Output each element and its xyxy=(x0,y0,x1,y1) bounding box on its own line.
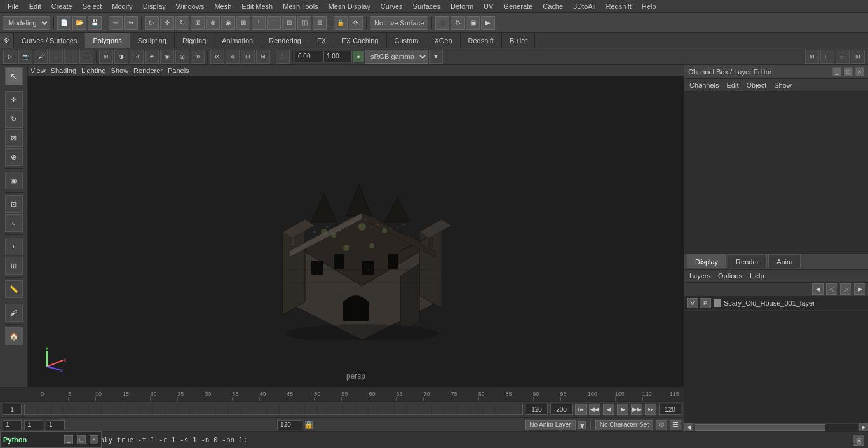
tab-redshift[interactable]: Redshift xyxy=(461,33,502,48)
undo-btn[interactable]: ↩ xyxy=(109,16,123,30)
snap-curve-btn[interactable]: ⌒ xyxy=(267,16,281,30)
tab-fx[interactable]: FX xyxy=(309,33,334,48)
anim-layer-menu[interactable]: ▼ xyxy=(578,421,586,429)
marquee-select[interactable]: ⊡ xyxy=(5,195,23,213)
universal-manip[interactable]: ⊕ xyxy=(5,148,23,166)
smooth-shade-btn[interactable]: ◉ xyxy=(160,50,174,64)
viewport-single-btn[interactable]: □ xyxy=(820,50,834,64)
menu-surfaces[interactable]: Surfaces xyxy=(408,0,445,13)
menu-mesh[interactable]: Mesh xyxy=(209,0,236,13)
component-display-btn[interactable]: ◈ xyxy=(226,50,240,64)
menu-deform[interactable]: Deform xyxy=(445,0,478,13)
tab-sculpting[interactable]: Sculpting xyxy=(130,33,175,48)
save-scene-btn[interactable]: 💾 xyxy=(88,16,102,30)
live-surface-btn[interactable]: No Live Surface xyxy=(370,16,428,30)
menu-cache[interactable]: Cache xyxy=(538,0,568,13)
universal-tool-btn[interactable]: ⊕ xyxy=(206,16,220,30)
tab-settings-btn[interactable]: ⚙ xyxy=(0,33,14,48)
multi-sample-btn[interactable]: ⊕ xyxy=(191,50,205,64)
paint-select-btn[interactable]: 🖌 xyxy=(34,50,48,64)
snap-points[interactable]: + xyxy=(5,238,23,255)
soft-mod-tool[interactable]: ◉ xyxy=(5,172,23,189)
tab-custom[interactable]: Custom xyxy=(387,33,427,48)
viewport-layout-btn[interactable]: ⊞ xyxy=(805,50,819,64)
tab-anim[interactable]: Anim xyxy=(768,254,801,268)
redo-btn[interactable]: ↪ xyxy=(124,16,138,30)
rotate-tool-btn[interactable]: ↻ xyxy=(175,16,189,30)
tab-polygons[interactable]: Polygons xyxy=(85,33,130,48)
menu-edit[interactable]: Edit xyxy=(24,0,46,13)
scale-tool-btn[interactable]: ⊠ xyxy=(191,16,205,30)
shading-btn[interactable]: ◑ xyxy=(114,50,128,64)
ch-minimize-btn[interactable]: _ xyxy=(832,67,841,76)
play-fwd-end-btn[interactable]: ⏭ xyxy=(645,404,656,415)
current-frame-field[interactable] xyxy=(3,404,22,415)
tab-curves-surfaces[interactable]: Curves / Surfaces xyxy=(14,33,85,48)
lock-btn[interactable]: 🔒 xyxy=(334,16,348,30)
rotate-tool[interactable]: ↻ xyxy=(5,110,23,128)
menu-windows[interactable]: Windows xyxy=(171,0,210,13)
layer-prev-btn[interactable]: ◀ xyxy=(812,283,824,295)
menu-generate[interactable]: Generate xyxy=(498,0,538,13)
ch-menu-edit[interactable]: Edit xyxy=(724,81,741,89)
playback-range-start[interactable] xyxy=(277,420,302,430)
workspace-selector[interactable]: Modeling xyxy=(3,16,50,30)
open-scene-btn[interactable]: 📂 xyxy=(72,16,86,30)
menu-display[interactable]: Display xyxy=(138,0,171,13)
edge-mode-btn[interactable]: — xyxy=(64,50,78,64)
playback-start-field[interactable] xyxy=(659,404,681,415)
layer-next-btn[interactable]: ▶ xyxy=(854,283,865,295)
frame-field-3[interactable] xyxy=(46,420,65,430)
grid-toggle-btn[interactable]: ⊟ xyxy=(241,50,255,64)
viewport-side-btn[interactable]: ⊟ xyxy=(836,50,850,64)
vp-menu-panels[interactable]: Panels xyxy=(168,67,189,74)
scroll-thumb[interactable] xyxy=(695,424,825,431)
viewport-four-btn[interactable]: ⊞ xyxy=(851,50,865,64)
select-tool[interactable]: ↖ xyxy=(5,67,23,85)
snap-grid[interactable]: ⊞ xyxy=(5,257,23,275)
paint-tool[interactable]: 🖌 xyxy=(5,304,23,322)
snap-surface-btn[interactable]: ◫ xyxy=(297,16,311,30)
vertex-mode-btn[interactable]: · xyxy=(49,50,63,64)
frame-field-1[interactable] xyxy=(3,420,22,430)
ch-menu-show[interactable]: Show xyxy=(771,81,794,89)
selection-mode-btn[interactable]: ▷ xyxy=(3,50,17,64)
tab-rigging[interactable]: Rigging xyxy=(175,33,214,48)
cam-value1[interactable] xyxy=(295,51,323,62)
menu-file[interactable]: File xyxy=(3,0,24,13)
layer-visibility-btn[interactable]: V xyxy=(687,298,698,308)
select-tool-btn[interactable]: ▷ xyxy=(145,16,159,30)
script-minimize-btn[interactable]: _ xyxy=(64,435,73,444)
measure-tool[interactable]: 📏 xyxy=(5,280,23,298)
render-btn[interactable]: ▶ xyxy=(481,16,495,30)
snap-point-btn[interactable]: ⊡ xyxy=(282,16,296,30)
cam-value2[interactable] xyxy=(323,51,352,62)
menu-3dtall[interactable]: 3DtoAll xyxy=(568,0,600,13)
new-scene-btn[interactable]: 📄 xyxy=(57,16,71,30)
history-btn[interactable]: ⟳ xyxy=(349,16,363,30)
layers-menu-help[interactable]: Help xyxy=(747,272,767,280)
timeline-ruler[interactable]: 0 5 10 15 20 25 30 35 40 45 50 xyxy=(0,388,684,402)
menu-uv[interactable]: UV xyxy=(478,0,498,13)
viewport[interactable]: View Shading Lighting Show Renderer Pane… xyxy=(28,65,684,387)
move-tool[interactable]: ✛ xyxy=(5,91,23,109)
python-copy-btn[interactable]: ⎘ xyxy=(853,435,864,446)
tab-render[interactable]: Render xyxy=(728,254,767,268)
face-mode-btn[interactable]: □ xyxy=(79,50,93,64)
playback-range-bar[interactable] xyxy=(24,404,523,415)
layer-make-current-btn[interactable]: ▷ xyxy=(840,283,851,295)
transform-tool-btn[interactable]: ✛ xyxy=(160,16,174,30)
soft-select-btn[interactable]: ◉ xyxy=(221,16,235,30)
isolate-btn[interactable]: ⊘ xyxy=(210,50,224,64)
show-manip-btn[interactable]: ⊞ xyxy=(236,16,250,30)
vp-menu-shading[interactable]: Shading xyxy=(51,67,76,74)
color-space-select[interactable]: sRGB gamma xyxy=(365,50,428,64)
render-cam-btn[interactable]: 🎥 xyxy=(435,16,449,30)
tab-animation[interactable]: Animation xyxy=(214,33,261,48)
layer-prev2-btn[interactable]: ◁ xyxy=(826,283,837,295)
script-maximize-btn[interactable]: □ xyxy=(77,435,86,444)
vp-menu-show[interactable]: Show xyxy=(111,67,129,74)
playback-end-field[interactable] xyxy=(526,404,548,415)
anim-layer-btn[interactable]: No Anim Layer xyxy=(525,420,576,430)
ch-close-btn[interactable]: × xyxy=(855,67,864,76)
